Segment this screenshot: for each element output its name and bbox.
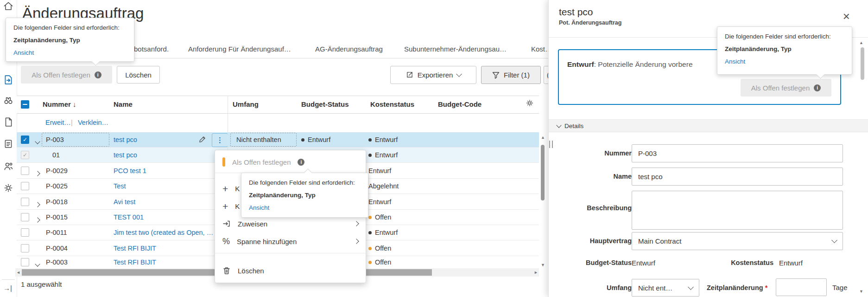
tab-anforderung[interactable]: Anforderung Für Änderungsauf…: [188, 45, 291, 53]
days-label: Tage: [832, 284, 848, 291]
row-checkbox[interactable]: [21, 228, 29, 237]
scroll-up-icon[interactable]: ▲: [541, 136, 545, 140]
row-checkbox[interactable]: [21, 167, 29, 175]
binoculars-icon[interactable]: [3, 95, 13, 107]
chevron-right-icon[interactable]: [36, 216, 39, 223]
number-field[interactable]: P-003: [632, 144, 843, 162]
column-header-name[interactable]: Name: [114, 100, 133, 108]
row-name-link[interactable]: PCO test 1: [114, 167, 146, 174]
field-label-budget-status: Budget-Status: [558, 259, 632, 266]
info-icon[interactable]: i: [95, 71, 101, 78]
row-checkbox[interactable]: [21, 258, 29, 266]
submenu-chevron-icon: [354, 239, 359, 244]
field-label-scope: Umfang: [558, 284, 632, 291]
chevron-down-icon[interactable]: [36, 137, 39, 145]
document-icon[interactable]: [3, 117, 13, 129]
column-header-cost-status[interactable]: Kostenstatus: [370, 100, 414, 108]
scroll-down-icon[interactable]: ▼: [859, 290, 863, 294]
edit-icon[interactable]: [198, 136, 206, 145]
scroll-right-icon[interactable]: ►: [534, 271, 538, 275]
budget-status: Entwurf: [301, 136, 330, 143]
view-link[interactable]: Ansicht: [249, 204, 361, 211]
row-name-link[interactable]: Jim test two (created as Open, …: [114, 229, 213, 236]
change-order-icon[interactable]: [3, 75, 13, 87]
cost-status: Abgelehnt: [368, 182, 399, 190]
settings-icon[interactable]: [3, 183, 13, 195]
name-field[interactable]: test pco: [632, 168, 843, 186]
row-name-link[interactable]: Test RFI BIJIT: [114, 245, 156, 252]
column-header-number[interactable]: Nummer: [43, 100, 71, 108]
row-checkbox[interactable]: [21, 244, 29, 252]
export-button[interactable]: Exportieren: [390, 66, 476, 84]
view-link[interactable]: Ansicht: [13, 49, 127, 56]
budget-status-value: Entwurf: [632, 259, 655, 267]
chevron-down-icon: [831, 237, 837, 243]
set-open-button[interactable]: Als Offen festlegen i: [21, 66, 112, 84]
delete-button[interactable]: Löschen: [117, 66, 160, 84]
chevron-right-icon[interactable]: [36, 200, 39, 208]
required-fields-tooltip: Die folgenden Felder sind erforderlich: …: [241, 173, 368, 218]
row-name-link[interactable]: test pco: [114, 151, 137, 159]
scrollbar-thumb[interactable]: [541, 145, 545, 200]
users-icon[interactable]: [3, 161, 13, 173]
checklist-icon[interactable]: [3, 139, 13, 151]
row-checkbox[interactable]: ✓: [21, 136, 29, 144]
row-name-link[interactable]: Avi test: [114, 198, 135, 206]
row-scope: Nicht enthalten: [236, 136, 281, 143]
select-all-checkbox[interactable]: [21, 100, 29, 109]
row-checkbox[interactable]: [21, 213, 29, 221]
filter-icon: [492, 71, 500, 79]
kebab-menu-icon[interactable]: ⋮: [212, 133, 228, 147]
tab-botsanford[interactable]: botsanford.: [134, 45, 169, 53]
row-name-link[interactable]: Test: [114, 182, 126, 190]
expand-all-link[interactable]: Erweit…: [45, 119, 71, 126]
filter-button[interactable]: Filter (1): [481, 66, 541, 84]
scroll-up-icon[interactable]: ▲: [859, 41, 863, 45]
sort-desc-icon[interactable]: ↓: [73, 100, 76, 108]
main-contract-select[interactable]: Main Contract: [632, 232, 843, 250]
expand-collapse-row: Erweit… | Verklein…: [17, 113, 539, 133]
detail-panel: test pco Pot. Änderungsauftrag × Entwurf…: [548, 0, 868, 297]
tab-ag-aenderungsauftrag[interactable]: AG-Änderungsauftrag: [315, 45, 383, 53]
tab-subunternehmer[interactable]: Subunternehmer-Änderungsau…: [404, 45, 507, 53]
info-icon[interactable]: i: [298, 159, 304, 166]
scroll-left-icon[interactable]: ◄: [16, 271, 20, 275]
collapse-all-link[interactable]: Verklein…: [78, 119, 108, 126]
menu-item-delete[interactable]: Löschen: [215, 262, 366, 279]
scrollbar-thumb[interactable]: [861, 47, 864, 80]
row-name-link[interactable]: Test RFI BIJIT: [114, 258, 156, 266]
cost-status: Entwurf: [368, 167, 391, 174]
section-details[interactable]: Details: [549, 119, 868, 132]
menu-item-add-span[interactable]: % Spanne hinzufügen: [215, 232, 366, 250]
chevron-down-icon[interactable]: [36, 260, 39, 267]
row-checkbox[interactable]: [21, 182, 29, 190]
column-header-budget-code[interactable]: Budget-Code: [438, 100, 482, 108]
column-header-scope[interactable]: Umfang: [233, 100, 259, 108]
description-field[interactable]: [632, 191, 843, 230]
scroll-down-icon[interactable]: ▼: [541, 263, 545, 267]
open-status-icon: [222, 157, 225, 167]
table-vertical-scrollbar[interactable]: ▲ ▼: [539, 135, 546, 268]
column-header-budget-status[interactable]: Budget-Status: [301, 100, 349, 108]
menu-item-set-open[interactable]: Als Offen festlegen i: [215, 153, 366, 171]
collapse-sidebar-icon[interactable]: →|: [3, 284, 12, 292]
chevron-right-icon[interactable]: [36, 169, 39, 177]
panel-set-open-button[interactable]: Als Offen festlegen i: [741, 79, 831, 97]
info-icon[interactable]: i: [814, 84, 821, 91]
row-checkbox[interactable]: [21, 198, 29, 206]
gear-icon[interactable]: [526, 99, 534, 109]
close-icon[interactable]: ×: [843, 10, 850, 22]
row-number: P-0029: [46, 167, 68, 174]
row-name-link[interactable]: test pco: [114, 136, 137, 143]
panel-resize-handle-icon[interactable]: [549, 141, 553, 148]
home-icon[interactable]: [3, 1, 13, 13]
scope-select[interactable]: Nicht ent…: [632, 279, 699, 297]
row-number: P-0018: [46, 198, 68, 206]
schedule-change-field[interactable]: [776, 278, 827, 296]
selected-count: 1 ausgewählt: [21, 280, 62, 288]
view-link[interactable]: Ansicht: [725, 58, 844, 65]
chevron-down-icon: [556, 123, 561, 128]
table-row[interactable]: ✓ P-003 test pco ⋮ Nicht enthalten Entwu…: [17, 132, 539, 148]
row-name-link[interactable]: TEST 001: [114, 213, 144, 221]
chevron-down-icon: [688, 284, 694, 290]
